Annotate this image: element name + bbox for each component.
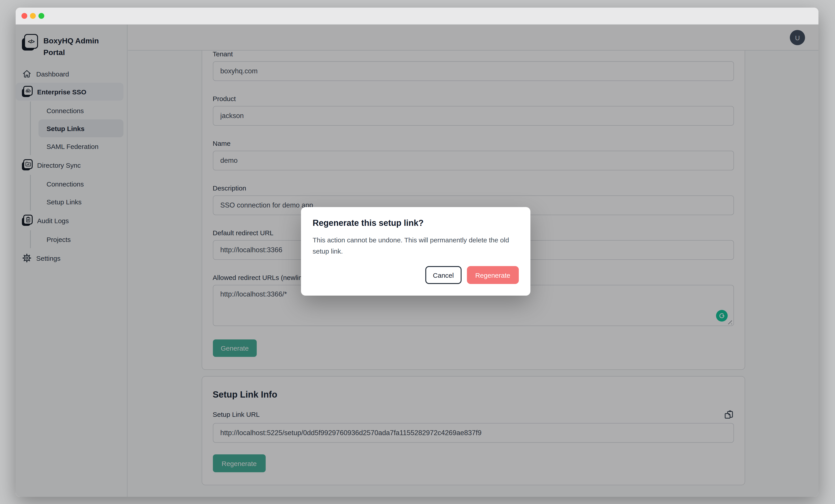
cancel-button[interactable]: Cancel [425, 266, 461, 284]
minimize-window-icon[interactable] [30, 13, 36, 19]
zoom-window-icon[interactable] [38, 13, 44, 19]
window-titlebar [16, 7, 818, 25]
dialog-message: This action cannot be undone. This will … [313, 234, 519, 257]
dialog-actions: Cancel Regenerate [313, 266, 519, 284]
close-window-icon[interactable] [21, 13, 27, 19]
dialog-title: Regenerate this setup link? [313, 218, 519, 228]
desktop: </> BoxyHQ Admin Portal Dashboard [0, 0, 835, 504]
confirm-regenerate-button[interactable]: Regenerate [467, 266, 519, 284]
page-content: </> BoxyHQ Admin Portal Dashboard [16, 25, 818, 497]
app-window: </> BoxyHQ Admin Portal Dashboard [16, 7, 818, 497]
regenerate-confirm-dialog: Regenerate this setup link? This action … [301, 207, 530, 296]
